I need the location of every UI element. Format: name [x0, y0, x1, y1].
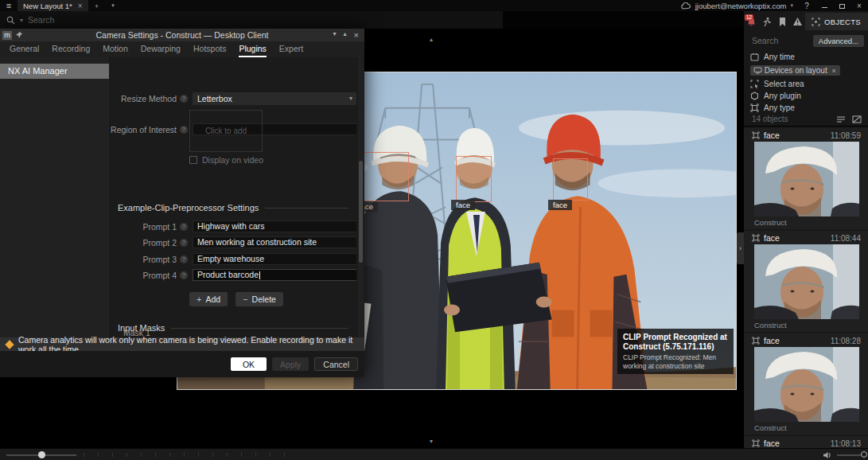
dialog-tab[interactable]: Plugins: [239, 44, 266, 57]
object-type-icon: [752, 337, 760, 345]
volume-slider-knob[interactable]: [861, 451, 867, 458]
objects-count: 14 objects: [752, 115, 788, 123]
minimize-button[interactable]: [815, 2, 833, 10]
layout-tab[interactable]: New Layout 1* ×: [18, 0, 88, 11]
pin-icon[interactable]: [15, 31, 23, 39]
motion-search-icon: [761, 17, 772, 27]
display-on-video-label: Display on video: [202, 155, 263, 165]
display-on-video-checkbox[interactable]: [189, 156, 197, 164]
close-tab-icon[interactable]: ×: [78, 2, 83, 10]
prompt2-input[interactable]: Men working at construction site: [193, 236, 356, 248]
dialog-collapse-icon[interactable]: ▾: [333, 30, 337, 40]
filter-devices-on-layout[interactable]: Devices on layout ×: [750, 65, 840, 76]
timeline-collapse-icon[interactable]: ▾: [430, 438, 433, 445]
object-timestamp: 11:08:28: [831, 337, 861, 345]
top-panel-collapse-icon[interactable]: ▴: [430, 36, 433, 43]
main-menu-icon[interactable]: ≡: [0, 1, 18, 10]
add-prompt-button[interactable]: + Add: [189, 292, 228, 306]
object-camera-label: Construct: [744, 319, 868, 329]
objects-search-row: Search Advanced...: [744, 33, 868, 48]
object-thumbnail[interactable]: [754, 142, 859, 216]
filter-any-time[interactable]: Any time: [750, 53, 795, 61]
resize-method-select[interactable]: Letterbox ▾: [193, 92, 356, 105]
dialog-tab[interactable]: Hotspots: [193, 44, 226, 57]
speed-slider-knob[interactable]: [38, 451, 45, 458]
tab-list-chevron-icon[interactable]: ▾: [105, 2, 121, 9]
roi-click-to-add[interactable]: Click to add: [189, 110, 263, 152]
object-card[interactable]: face 11:08:13: [744, 436, 868, 448]
prompt4-input[interactable]: Product barcode: [193, 269, 356, 281]
app-root: ≡ New Layout 1* × + ▾ jjoubert@networkop…: [0, 0, 868, 460]
device-icon: [753, 67, 762, 74]
prompt1-input[interactable]: Highway with cars: [193, 220, 356, 232]
display-on-video-row[interactable]: Display on video: [189, 155, 263, 165]
object-thumbnail[interactable]: [754, 244, 859, 319]
panel-collapse-handle[interactable]: ›: [737, 232, 744, 264]
help-icon[interactable]: ?: [180, 271, 188, 279]
clip-prompt-notification: CLIP Prompt Recognized at Construct (5.7…: [617, 329, 734, 374]
dialog-scrollbar[interactable]: [358, 57, 364, 337]
delete-prompt-button[interactable]: − Delete: [235, 292, 283, 306]
objects-panel: 12 OBJECTS Search Advanced... Any time: [744, 11, 868, 448]
thumbnails-off-icon[interactable]: [852, 115, 862, 123]
close-window-button[interactable]: ×: [850, 2, 868, 10]
calendar-icon: [750, 53, 759, 61]
dialog-titlebar[interactable]: m Camera Settings - Construct — Desktop …: [0, 29, 364, 41]
bookmarks-tab[interactable]: [775, 17, 790, 27]
remove-filter-icon[interactable]: ×: [832, 67, 836, 75]
help-icon[interactable]: ?: [180, 255, 188, 263]
devices-filter-chip[interactable]: Devices on layout ×: [750, 65, 840, 76]
events-tab[interactable]: [790, 17, 805, 26]
object-card[interactable]: face 11:08:44: [744, 231, 868, 332]
apply-button[interactable]: Apply: [272, 357, 309, 371]
scrollbar-thumb[interactable]: [359, 161, 363, 263]
object-type-label: face: [764, 439, 780, 448]
motion-tab[interactable]: [759, 17, 774, 27]
notification-title: CLIP Prompt Recognized at Construct (5.7…: [623, 333, 728, 352]
face-bounding-box: [553, 158, 588, 201]
object-card[interactable]: face 11:08:59: [744, 128, 868, 229]
dialog-tab[interactable]: Expert: [279, 44, 303, 57]
volume-slider[interactable]: [837, 454, 861, 456]
ok-button[interactable]: OK: [231, 357, 267, 371]
help-button[interactable]: ?: [798, 2, 815, 10]
object-timestamp: 11:08:44: [831, 234, 861, 243]
chevron-down-icon: ▾: [349, 92, 352, 105]
volume-icon[interactable]: [823, 451, 832, 459]
sidebar-item-nx-ai-manager[interactable]: NX AI Manager: [0, 64, 109, 79]
help-icon[interactable]: ?: [180, 95, 188, 103]
dialog-expand-icon[interactable]: ▴: [344, 30, 347, 40]
dialog-tab[interactable]: Motion: [103, 44, 128, 57]
object-type-label: face: [764, 233, 780, 243]
advanced-search-button[interactable]: Advanced...: [813, 35, 864, 47]
help-icon[interactable]: ?: [180, 223, 188, 231]
object-card[interactable]: face 11:08:28: [744, 333, 868, 435]
dialog-tab[interactable]: General: [10, 44, 39, 57]
list-view-icon[interactable]: [836, 115, 846, 123]
maximize-button[interactable]: [833, 2, 850, 10]
tab-objects[interactable]: OBJECTS: [805, 13, 868, 30]
text-caret: [259, 271, 260, 279]
help-icon[interactable]: ?: [180, 126, 188, 134]
dialog-title: Camera Settings - Construct — Desktop Cl…: [0, 30, 364, 40]
search-scope-chevron-icon[interactable]: ▾: [20, 17, 23, 24]
add-tab-button[interactable]: +: [88, 2, 106, 10]
notifications-tab[interactable]: 12: [744, 17, 759, 27]
object-thumbnail[interactable]: [754, 347, 859, 422]
filter-any-type[interactable]: Any type: [750, 103, 795, 112]
cancel-button[interactable]: Cancel: [314, 357, 358, 371]
object-timestamp: 11:08:13: [831, 439, 861, 448]
help-icon[interactable]: ?: [180, 239, 188, 247]
timeline-bar: [0, 448, 868, 460]
objects-search-input[interactable]: Search: [752, 36, 778, 45]
prompt3-input[interactable]: Empty warehouse: [193, 253, 356, 265]
dialog-tab[interactable]: Recording: [52, 44, 90, 57]
dialog-close-icon[interactable]: ×: [354, 30, 359, 40]
panel-tab-icons: 12 OBJECTS: [744, 13, 868, 30]
resource-search-bar[interactable]: ▾ Search: [0, 11, 503, 29]
filter-select-area[interactable]: Select area: [750, 80, 804, 88]
cloud-account[interactable]: jjoubert@networkoptix.com ▾: [681, 2, 798, 10]
face-bounding-box: [456, 156, 492, 202]
dialog-tab[interactable]: Dewarping: [141, 44, 181, 57]
filter-any-plugin[interactable]: Any plugin: [750, 92, 801, 100]
